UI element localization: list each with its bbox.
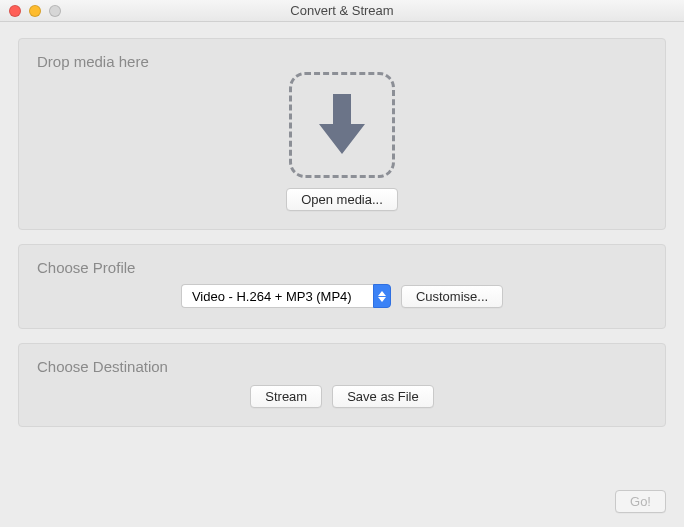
footer-row: Go! (18, 490, 666, 513)
choose-destination-panel: Choose Destination Stream Save as File (18, 343, 666, 427)
stream-button[interactable]: Stream (250, 385, 322, 408)
profile-select[interactable]: Video - H.264 + MP3 (MP4) (181, 284, 391, 308)
profile-select-value: Video - H.264 + MP3 (MP4) (181, 284, 373, 308)
open-media-button[interactable]: Open media... (286, 188, 398, 211)
window-title: Convert & Stream (0, 3, 684, 18)
download-arrow-icon (313, 90, 371, 161)
customise-button[interactable]: Customise... (401, 285, 503, 308)
content-area: Drop media here Open media... Choose Pro… (0, 22, 684, 527)
drop-media-panel: Drop media here Open media... (18, 38, 666, 230)
choose-destination-label: Choose Destination (37, 358, 647, 375)
select-arrows-icon (373, 284, 391, 308)
go-button: Go! (615, 490, 666, 513)
choose-profile-label: Choose Profile (37, 259, 647, 276)
titlebar: Convert & Stream (0, 0, 684, 22)
choose-profile-panel: Choose Profile Video - H.264 + MP3 (MP4)… (18, 244, 666, 329)
window-controls (0, 5, 61, 17)
maximize-window-button (49, 5, 61, 17)
close-window-button[interactable] (9, 5, 21, 17)
minimize-window-button[interactable] (29, 5, 41, 17)
media-dropzone[interactable] (289, 72, 395, 178)
save-as-file-button[interactable]: Save as File (332, 385, 434, 408)
drop-media-label: Drop media here (37, 53, 647, 70)
